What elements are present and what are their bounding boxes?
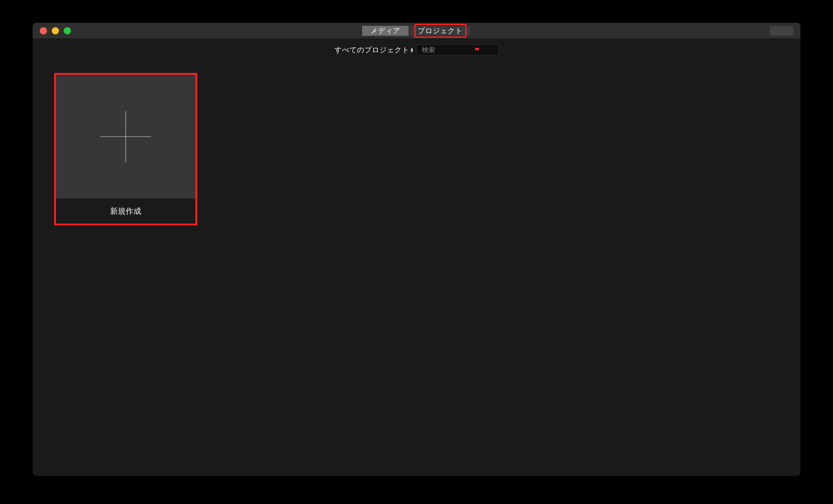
toolbar-right-button[interactable] (770, 26, 793, 35)
updown-chevron-icon: ▴▾ (410, 47, 413, 53)
minimize-window-button[interactable] (52, 27, 59, 34)
annotation-card-highlight: 新規作成 (54, 73, 197, 225)
new-project-card[interactable]: 新規作成 (56, 75, 195, 224)
maximize-window-button[interactable] (64, 27, 71, 34)
toolbar: すべてのプロジェクト ▴▾ (32, 39, 801, 61)
new-project-label: 新規作成 (56, 199, 195, 224)
search-box[interactable] (416, 45, 499, 55)
search-input[interactable] (422, 46, 504, 54)
new-project-thumbnail (56, 75, 195, 199)
project-filter-label: すべてのプロジェクト (334, 45, 409, 55)
titlebar: メディア プロジェクト (32, 23, 801, 39)
app-window: メディア プロジェクト すべてのプロジェクト ▴▾ (32, 23, 801, 476)
close-window-button[interactable] (40, 27, 47, 34)
annotation-red-indicator (475, 48, 479, 50)
tab-media[interactable]: メディア (362, 25, 409, 36)
content-grid: 新規作成 (32, 61, 801, 237)
annotation-tab-highlight (414, 24, 467, 38)
project-filter-dropdown[interactable]: すべてのプロジェクト ▴▾ (334, 45, 413, 55)
plus-icon (100, 111, 151, 162)
traffic-lights (32, 27, 71, 34)
